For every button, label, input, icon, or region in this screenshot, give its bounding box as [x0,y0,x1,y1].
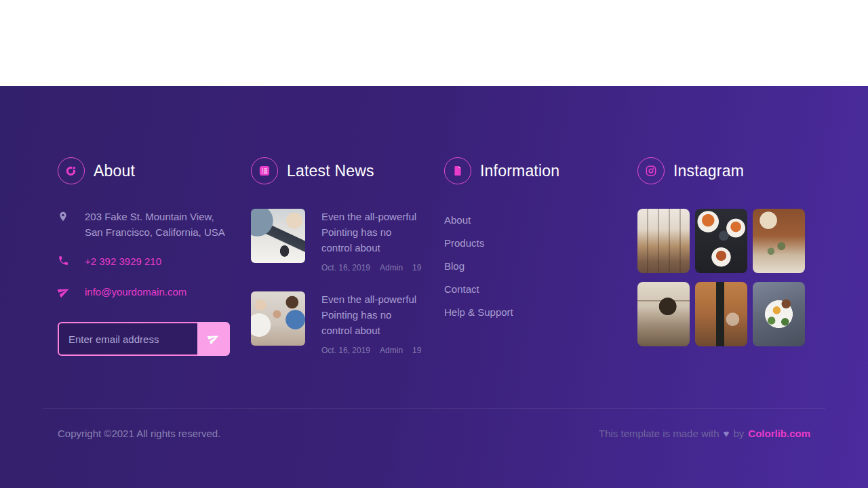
footer-col-latest-news: Latest News Even the all-powerful Pointi… [251,157,424,374]
news-photo-team-working-at-desk[interactable] [251,209,305,263]
news-author: Admin [380,263,403,272]
address-row: 203 Fake St. Mountain View, San Francisc… [58,209,231,240]
email-link[interactable]: info@yourdomain.com [85,284,186,302]
phone-row[interactable]: +2 392 3929 210 [58,253,231,270]
contact-list: 203 Fake St. Mountain View, San Francisc… [58,209,231,302]
latest-news-header: Latest News [251,157,424,184]
information-header: Information [444,157,617,184]
instagram-photo-salad-plate-with-egg[interactable] [753,282,805,346]
footer-columns: About 203 Fake St. Mountain View, San Fr… [58,86,810,374]
info-link-item: Help & Support [444,301,617,324]
info-link-item: Products [444,232,617,255]
about-header: About [58,157,231,184]
instagram-photo-dining-room-table[interactable] [753,209,805,273]
document-icon [444,157,471,184]
info-link-help-support[interactable]: Help & Support [444,306,513,318]
instagram-photo-barista-making-coffee[interactable] [637,282,690,346]
news-date: Oct. 16, 2019 [321,263,370,272]
info-link-item: Contact [444,278,617,301]
about-title: About [94,162,135,180]
heart-icon: ♥ [724,428,730,439]
news-meta: Oct. 16, 2019 Admin 19 [321,346,424,355]
phone-icon [58,253,70,270]
email-row[interactable]: info@yourdomain.com [58,284,231,302]
copyright-text: Copyright ©2021 All rights reserved. [58,428,220,439]
send-icon [208,332,220,346]
news-body: Even the all-powerful Pointing has no co… [321,209,424,272]
colorlib-link[interactable]: Colorlib.com [748,428,810,439]
template-credit: This template is made with ♥ by Colorlib… [599,428,810,439]
paper-plane-icon [58,284,70,302]
instagram-icon [637,157,665,184]
about-orbit-icon [58,157,85,184]
list-icon [251,157,278,184]
instagram-grid [637,209,810,346]
footer-bottom-bar: Copyright ©2021 All rights reserved. Thi… [58,409,810,458]
footer-col-instagram: Instagram [637,157,810,374]
info-link-item: Blog [444,255,617,278]
site-footer: About 203 Fake St. Mountain View, San Fr… [0,86,868,488]
information-links: About Products Blog Contact Help & Suppo… [444,209,617,324]
location-pin-icon [58,209,70,240]
news-item[interactable]: Even the all-powerful Pointing has no co… [251,209,424,272]
instagram-photo-restaurant-interior[interactable] [637,209,690,273]
credit-prefix: This template is made with [599,428,719,439]
address-text: 203 Fake St. Mountain View, San Francisc… [85,209,231,240]
info-link-contact[interactable]: Contact [444,283,479,295]
instagram-photo-wine-bottle-and-glasses[interactable] [695,282,747,346]
news-comment-count: 19 [412,263,421,272]
info-link-blog[interactable]: Blog [444,260,465,272]
phone-link[interactable]: +2 392 3929 210 [85,253,161,270]
news-body: Even the all-powerful Pointing has no co… [321,291,424,355]
news-photo-family-looking-at-document[interactable] [251,291,305,346]
info-link-products[interactable]: Products [444,237,484,249]
footer-col-about: About 203 Fake St. Mountain View, San Fr… [58,157,231,374]
news-author: Admin [380,346,403,355]
footer-col-information: Information About Products Blog Contact … [444,157,617,374]
footer-divider: Copyright ©2021 All rights reserved. Thi… [43,408,825,458]
newsletter-form [58,322,230,356]
newsletter-email-input[interactable] [58,322,197,356]
news-meta: Oct. 16, 2019 Admin 19 [321,263,424,272]
page-content-above-footer [0,0,868,86]
info-link-about[interactable]: About [444,214,471,226]
instagram-title: Instagram [673,162,744,180]
information-title: Information [480,162,559,180]
news-headline[interactable]: Even the all-powerful Pointing has no co… [321,291,424,338]
news-date: Oct. 16, 2019 [321,346,370,355]
instagram-photo-food-table-overhead[interactable] [695,209,747,273]
newsletter-submit-button[interactable] [197,322,230,356]
news-comment-count: 19 [412,346,421,355]
latest-news-title: Latest News [287,162,374,180]
credit-middle: by [733,428,744,439]
news-headline[interactable]: Even the all-powerful Pointing has no co… [321,209,424,256]
news-item[interactable]: Even the all-powerful Pointing has no co… [251,291,424,355]
info-link-item: About [444,209,617,232]
instagram-header: Instagram [637,157,810,184]
